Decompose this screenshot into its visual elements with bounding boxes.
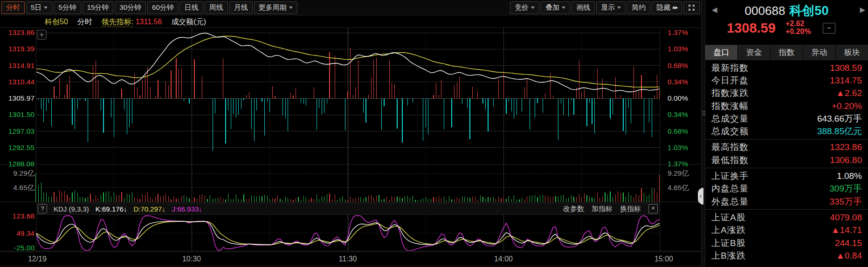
panel-tab-0[interactable]: 盘口 — [705, 45, 738, 60]
stock-name: 科创50 — [789, 4, 828, 18]
time-axis-label: 11:30 — [328, 254, 367, 264]
zoom-plus-icon[interactable]: + — [37, 30, 47, 40]
quote-row-value: 244.15 — [835, 238, 862, 248]
quote-row-value: 1314.75 — [830, 75, 862, 86]
price-axis-label: 1297.03 — [2, 127, 34, 136]
quote-row-0: 最新指数1308.59 — [705, 62, 868, 74]
quote-row-label: 上A涨跌 — [711, 224, 746, 236]
quote-header: ◀ ▶ 000688科创50 1308.59 +2.62 +0.20% − — [705, 0, 868, 45]
leading-indicator: 领先指标: 1311.56 — [102, 17, 162, 27]
panel-tab-2[interactable]: 指数 — [771, 45, 803, 60]
quote-rows: 最新指数1308.59今日开盘1314.75指数涨跌▲2.62指数涨幅+0.20… — [705, 60, 868, 262]
volume-axis-label: 4.65亿 — [668, 183, 689, 192]
close-icon[interactable]: × — [648, 204, 658, 213]
price-axis-label: 1288.08 — [2, 159, 34, 169]
add-indicator-button[interactable]: 加指标 — [592, 205, 613, 213]
quote-row-6: 最高指数1323.86 — [705, 141, 868, 154]
quote-row-value: 1306.80 — [830, 155, 862, 165]
percent-axis-label: 0.34% — [668, 110, 688, 119]
panel-tab-4[interactable]: 板块 — [836, 45, 868, 60]
kdj-actions: 改参数 加指标 换指标 × — [563, 204, 658, 213]
quote-row-label: 总成交量 — [711, 113, 749, 125]
last-price: 1308.59 — [727, 21, 776, 36]
trading-terminal: 分时5日5分钟15分钟30分钟60分钟日线周线月线更多周期竞价叠加画线显示简约隐… — [0, 0, 868, 267]
minimize-icon[interactable]: − — [823, 23, 835, 34]
intraday-chart — [0, 0, 701, 267]
volume-axis-label: 4.65亿 — [2, 183, 34, 192]
panel-splitter[interactable]: ‹ — [701, 0, 705, 267]
kdj-k-value: K:69.176↓ — [96, 205, 127, 213]
panel-tab-1[interactable]: 资金 — [738, 45, 771, 60]
quote-row-8: 上证换手1.08% — [705, 170, 868, 182]
price-axis-label: 1305.97 — [2, 94, 34, 103]
quote-row-1: 今日开盘1314.75 — [705, 74, 868, 87]
volume-axis-label: 9.29亿 — [668, 169, 689, 178]
quote-row-label: 总成交额 — [711, 125, 749, 137]
quote-row-value: 1.08% — [837, 171, 862, 181]
quote-row-value: 1308.59 — [830, 63, 862, 73]
edit-params-button[interactable]: 改参数 — [563, 205, 584, 213]
quote-row-label: 外盘总量 — [711, 196, 749, 208]
divider — [705, 168, 868, 168]
quote-row-label: 上证A股 — [711, 212, 746, 224]
price-axis-label: 1323.86 — [2, 28, 34, 37]
quote-row-label: 最高指数 — [711, 141, 749, 153]
chart-section: 分时5日5分钟15分钟30分钟60分钟日线周线月线更多周期竞价叠加画线显示简约隐… — [0, 0, 701, 267]
time-axis-label: 10:30 — [172, 254, 211, 264]
chart-title-row: 科创50 分时 领先指标: 1311.56 成交额(元) — [45, 17, 206, 27]
kdj-indicator-bar: ? KDJ (9,3,3) K:69.176↓ D:70.297↓ J:66.9… — [36, 203, 660, 215]
quote-row-5: 总成交额388.85亿元 — [705, 125, 868, 137]
collapse-panel-icon[interactable]: ‹ — [698, 188, 703, 205]
panel-tab-3[interactable]: 异动 — [803, 45, 836, 60]
quote-row-value: 1323.86 — [830, 142, 862, 152]
quote-row-label: 今日开盘 — [711, 75, 749, 87]
volume-axis-label: 9.29亿 — [2, 169, 34, 178]
leading-indicator-label[interactable]: 领先指标: — [102, 18, 133, 27]
leading-indicator-value: 1311.56 — [136, 18, 162, 26]
quote-row-value: ▲0.84 — [836, 251, 862, 261]
quote-row-11: 上证A股4079.08 — [705, 211, 868, 224]
quote-row-7: 最低指数1306.80 — [705, 154, 868, 166]
percent-axis-label: 0.68% — [668, 61, 688, 70]
time-axis-label: 15:00 — [644, 254, 683, 264]
time-axis-label: 12/19 — [18, 254, 57, 264]
percent-axis-label: 1.03% — [668, 143, 688, 152]
quote-row-label: 上证B股 — [711, 237, 746, 249]
time-axis-label: 14:00 — [484, 254, 523, 264]
quote-row-label: 指数涨幅 — [711, 100, 749, 112]
kdj-axis-label: -25.00 — [2, 243, 34, 253]
quote-row-label: 最低指数 — [711, 154, 749, 166]
quote-row-13: 上证B股244.15 — [705, 237, 868, 249]
quote-row-4: 总成交量643.66万手 — [705, 112, 868, 125]
quote-row-label: 上B涨跌 — [711, 250, 746, 262]
quote-row-value: ▲2.62 — [836, 88, 862, 98]
quote-row-value: +0.20% — [832, 101, 862, 111]
stock-title: 000688科创50 — [705, 2, 868, 19]
quote-row-14: 上B涨跌▲0.84 — [705, 249, 868, 262]
quote-row-label: 上证换手 — [711, 170, 749, 182]
price-axis-label: 1314.91 — [2, 61, 34, 70]
kdj-title: KDJ (9,3,3) — [54, 205, 89, 213]
price-axis-label: 1310.44 — [2, 77, 34, 87]
help-icon[interactable]: ? — [38, 204, 47, 213]
stock-code: 000688 — [745, 4, 785, 18]
quote-row-label: 最新指数 — [711, 62, 749, 74]
kdj-axis-label: 49.34 — [2, 229, 34, 238]
quote-row-value: 643.66万手 — [817, 113, 862, 125]
divider — [705, 139, 868, 140]
price-axis-label: 1319.39 — [2, 44, 34, 54]
panel-tabs: 盘口资金指数异动板块 — [705, 45, 868, 60]
percent-axis-label: 1.37% — [668, 159, 688, 169]
percent-axis-label: 1.03% — [668, 44, 688, 54]
percent-axis-label: 1.37% — [668, 28, 688, 37]
switch-indicator-button[interactable]: 换指标 — [620, 205, 641, 213]
quote-row-value: 309万手 — [829, 183, 862, 195]
percent-axis-label: 0.68% — [668, 127, 688, 136]
quote-row-label: 指数涨跌 — [711, 87, 749, 99]
kdj-j-value: J:66.933↓ — [172, 205, 202, 213]
price-change: +2.62 +0.20% — [785, 20, 811, 35]
kdj-axis-label: 123.68 — [2, 212, 34, 221]
price-axis-label: 1292.55 — [2, 143, 34, 152]
chart-index-name: 科创50 — [45, 17, 68, 27]
chart-period-label: 分时 — [77, 17, 92, 27]
